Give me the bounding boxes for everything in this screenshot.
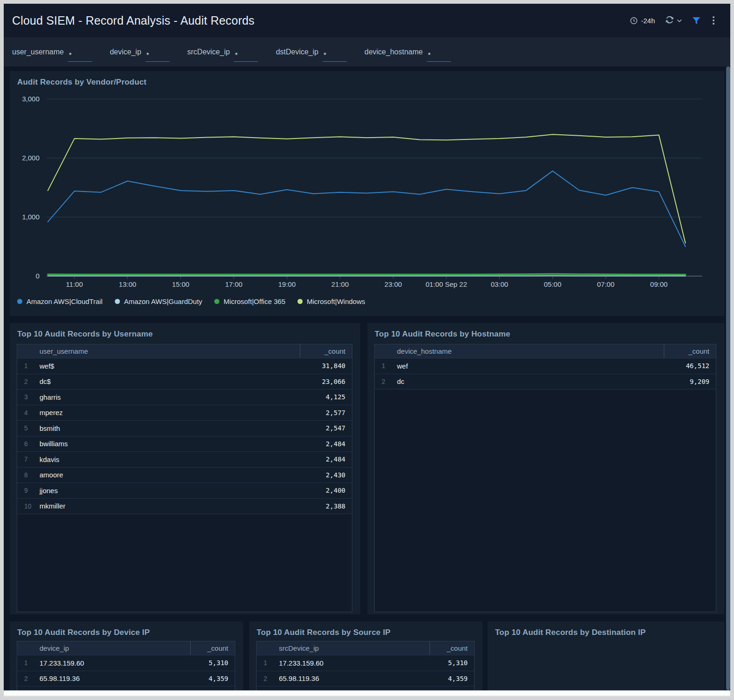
svg-text:07:00: 07:00 bbox=[597, 280, 615, 288]
name-column-header: device_ip bbox=[40, 644, 190, 652]
svg-text:3,000: 3,000 bbox=[22, 95, 40, 103]
table-row[interactable]: 10mkmiller2,388 bbox=[17, 499, 352, 515]
row-rank: 1 bbox=[17, 659, 40, 667]
refresh-control[interactable] bbox=[665, 15, 682, 26]
legend-item-amazon-aws-cloudtrail[interactable]: Amazon AWS|CloudTrail bbox=[17, 297, 103, 305]
svg-text:1,000: 1,000 bbox=[22, 213, 40, 221]
row-rank: 1 bbox=[257, 659, 279, 667]
row-rank: 2 bbox=[17, 675, 40, 682]
time-range-value: -24h bbox=[641, 17, 655, 25]
svg-text:2,000: 2,000 bbox=[22, 154, 40, 162]
table-row[interactable]: 117.233.159.605,310 bbox=[257, 655, 474, 671]
hostname-table: device_hostname_count1wef46,5122dc9,209 bbox=[374, 344, 716, 612]
name-column-header: user_username bbox=[40, 347, 300, 355]
legend-dot bbox=[214, 299, 219, 304]
row-rank: 2 bbox=[17, 378, 40, 385]
table-header-row: device_hostname_count bbox=[375, 344, 716, 358]
row-name: gharris bbox=[40, 393, 300, 401]
table-row[interactable]: 6bwilliams2,484 bbox=[17, 436, 352, 452]
row-count: 5,310 bbox=[190, 655, 235, 671]
vertical-scrollbar[interactable] bbox=[726, 66, 730, 690]
row-count: 4,359 bbox=[430, 671, 474, 687]
filter-srcDevice_ip: srcDevice_ip* bbox=[187, 48, 258, 56]
svg-text:21:00: 21:00 bbox=[331, 280, 349, 288]
panel-title: Top 10 Audit Records by Hostname bbox=[375, 330, 510, 339]
row-name: dc$ bbox=[40, 377, 300, 385]
horizontal-scrollbar-thumb[interactable] bbox=[4, 691, 730, 695]
panel-title: Top 10 Audit Records by Username bbox=[17, 330, 153, 339]
time-range-control[interactable]: -24h bbox=[630, 17, 655, 25]
row-rank: 4 bbox=[17, 409, 40, 416]
row-rank: 2 bbox=[375, 378, 397, 385]
svg-text:19:00: 19:00 bbox=[278, 280, 296, 288]
dstDevice_ip-input[interactable]: * bbox=[323, 51, 347, 62]
row-count: 4,125 bbox=[300, 390, 352, 405]
chart-legend: Amazon AWS|CloudTrailAmazon AWS|GuardDut… bbox=[17, 297, 365, 305]
svg-text:0: 0 bbox=[36, 272, 40, 280]
srcDevice_ip-input[interactable]: * bbox=[234, 51, 258, 62]
table-row[interactable]: 1wef46,512 bbox=[375, 358, 716, 374]
panel-title: Top 10 Audit Records by Device IP bbox=[17, 628, 150, 637]
row-name: 17.233.159.60 bbox=[40, 659, 190, 667]
table-row[interactable]: 8amoore2,430 bbox=[17, 468, 352, 483]
panel-top10-hostname: Top 10 Audit Records by Hostname device_… bbox=[367, 323, 724, 614]
table-row[interactable]: 7kdavis2,484 bbox=[17, 452, 352, 468]
filter-device_hostname: device_hostname* bbox=[364, 48, 451, 56]
table-row[interactable]: 9jjones2,400 bbox=[17, 483, 352, 499]
row-rank: 1 bbox=[17, 362, 40, 370]
svg-text:01:00 Sep 22: 01:00 Sep 22 bbox=[426, 280, 467, 288]
table-row[interactable]: 4mperez2,577 bbox=[17, 405, 352, 421]
table-row[interactable]: 2dc$23,066 bbox=[17, 374, 352, 390]
row-count: 2,400 bbox=[300, 483, 352, 498]
row-name: 17.233.159.60 bbox=[279, 659, 430, 667]
panel-top10-destination-ip: Top 10 Audit Records by Destination IP bbox=[488, 621, 724, 700]
legend-label: Amazon AWS|CloudTrail bbox=[26, 297, 103, 305]
user_username-input[interactable]: * bbox=[68, 51, 92, 62]
panel-title: Top 10 Audit Records by Source IP bbox=[257, 628, 390, 637]
count-column-header: _count bbox=[430, 641, 474, 655]
row-name: bwilliams bbox=[40, 440, 300, 448]
row-count: 2,484 bbox=[300, 436, 352, 452]
legend-item-microsoft-office-365[interactable]: Microsoft|Office 365 bbox=[214, 297, 285, 305]
panel-top10-source-ip: Top 10 Audit Records by Source IP srcDev… bbox=[249, 621, 483, 700]
row-count: 2,577 bbox=[300, 405, 352, 421]
legend-label: Microsoft|Office 365 bbox=[224, 297, 285, 305]
name-column-header: device_hostname bbox=[397, 347, 664, 355]
row-rank: 3 bbox=[17, 393, 40, 401]
panel-top10-device-ip: Top 10 Audit Records by Device IP device… bbox=[10, 621, 243, 700]
table-row[interactable]: 1wef$31,840 bbox=[17, 358, 352, 374]
table-header-row: device_ip_count bbox=[17, 641, 235, 655]
device_hostname-input[interactable]: * bbox=[427, 51, 451, 62]
row-name: kdavis bbox=[40, 456, 300, 463]
table-row[interactable]: 3gharris4,125 bbox=[17, 390, 352, 405]
device_ip-input[interactable]: * bbox=[145, 51, 170, 62]
filter-label: device_hostname bbox=[364, 48, 423, 56]
table-row[interactable]: 117.233.159.605,310 bbox=[17, 655, 235, 671]
table-row[interactable]: 5bsmith2,547 bbox=[17, 421, 352, 436]
row-name: wef$ bbox=[40, 362, 300, 370]
table-row[interactable]: 265.98.119.364,359 bbox=[257, 671, 474, 687]
legend-dot bbox=[115, 299, 120, 304]
legend-item-amazon-aws-guardduty[interactable]: Amazon AWS|GuardDuty bbox=[115, 297, 202, 305]
kebab-menu-icon[interactable] bbox=[711, 15, 716, 26]
svg-text:03:00: 03:00 bbox=[491, 280, 509, 288]
vendor-product-line-chart[interactable]: 01,0002,0003,00011:0013:0015:0017:0019:0… bbox=[10, 71, 724, 293]
row-count: 4,359 bbox=[190, 671, 235, 687]
count-column-header: _count bbox=[300, 344, 352, 358]
svg-text:23:00: 23:00 bbox=[384, 280, 402, 288]
row-rank: 2 bbox=[257, 675, 279, 682]
row-count: 2,484 bbox=[300, 452, 352, 467]
row-rank: 1 bbox=[375, 362, 397, 370]
legend-item-microsoft-windows[interactable]: Microsoft|Windows bbox=[298, 297, 365, 305]
filter-user_username: user_username* bbox=[12, 48, 92, 56]
table-row[interactable]: 265.98.119.364,359 bbox=[17, 671, 235, 687]
table-row[interactable]: 2dc9,209 bbox=[375, 374, 716, 390]
filter-funnel-icon[interactable] bbox=[692, 17, 701, 25]
horizontal-scrollbar[interactable] bbox=[4, 690, 730, 696]
row-rank: 5 bbox=[17, 424, 40, 432]
row-name: amoore bbox=[40, 471, 300, 479]
filter-label: dstDevice_ip bbox=[276, 48, 318, 56]
legend-label: Amazon AWS|GuardDuty bbox=[124, 297, 202, 305]
filter-bar: user_username*device_ip*srcDevice_ip*dst… bbox=[4, 37, 730, 66]
filter-label: device_ip bbox=[110, 48, 141, 56]
